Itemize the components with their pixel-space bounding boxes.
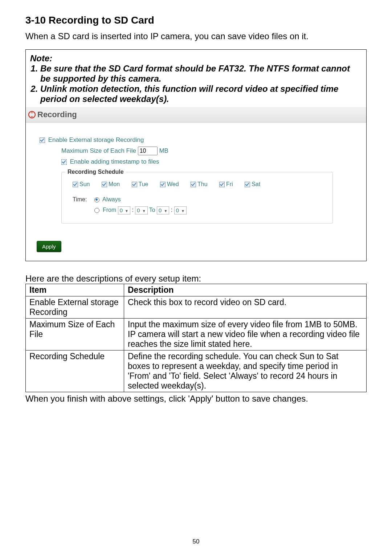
always-radio[interactable] [94, 197, 99, 202]
table-item: Enable External storage Recording [26, 296, 124, 319]
day-label: Mon [109, 181, 120, 187]
day-wed-checkbox[interactable] [160, 182, 166, 187]
timestamp-row: Enable adding timestamp to files [61, 158, 355, 165]
table-desc: Input the maximum size of every video fi… [124, 319, 367, 350]
table-desc: Define the recording schedule. You can c… [124, 350, 367, 392]
table-row: Recording Schedule Define the recording … [26, 350, 367, 392]
to-hour-select[interactable]: 0▼ [157, 206, 169, 214]
recording-title: Recording [37, 110, 77, 119]
day-label: Tue [139, 181, 148, 187]
day-label: Thu [197, 181, 208, 187]
note-title: Note: [30, 53, 52, 63]
enable-external-checkbox[interactable] [40, 138, 45, 143]
table-item: Maximum Size of Each File [26, 319, 124, 350]
day-label: Sat [252, 181, 260, 187]
from-min-select[interactable]: 0▼ [135, 206, 147, 214]
always-label: Always [102, 196, 121, 202]
timestamp-checkbox[interactable] [61, 159, 67, 165]
table-item: Recording Schedule [26, 350, 124, 392]
from-label: From [103, 207, 116, 213]
enable-external-row: Enable External storage Recording [40, 136, 355, 144]
recording-panel: Recording Enable External storage Record… [25, 107, 367, 261]
note-box: Note: Be sure that the SD Card format sh… [25, 49, 367, 107]
svg-marker-2 [31, 116, 33, 118]
time-label: Time: [73, 196, 93, 203]
table-intro: Here are the descriptions of every setup… [25, 274, 367, 284]
day-mon-checkbox[interactable] [102, 182, 107, 187]
day-label: Fri [226, 181, 233, 187]
day-sun-checkbox[interactable] [73, 182, 78, 187]
from-radio[interactable] [94, 208, 99, 213]
recording-header: Recording [26, 107, 366, 123]
to-min-select[interactable]: 0▼ [174, 206, 187, 214]
table-header-desc: Description [124, 284, 367, 296]
note-item: Unlink motion detection, this function w… [40, 84, 362, 104]
day-fri-checkbox[interactable] [219, 182, 225, 187]
day-label: Wed [167, 181, 179, 187]
time-row: Time: Always [73, 196, 326, 203]
recording-icon [28, 111, 36, 119]
table-row: Enable External storage Recording Check … [26, 296, 367, 319]
table-desc: Check this box to record video on SD car… [124, 296, 367, 319]
max-size-label: Maximum Size of Each File [61, 147, 136, 154]
footer-text: When you finish with above settings, cli… [25, 394, 367, 404]
schedule-legend: Recording Schedule [65, 169, 126, 175]
day-label: Sun [79, 181, 90, 187]
day-sat-checkbox[interactable] [245, 182, 250, 187]
table-row: Maximum Size of Each File Input the maxi… [26, 319, 367, 350]
table-header-item: Item [26, 284, 124, 296]
timestamp-label: Enable adding timestamp to files [70, 158, 159, 165]
svg-marker-1 [31, 112, 33, 113]
to-label: To [149, 207, 155, 213]
max-size-row: Maximum Size of Each File MB [61, 147, 355, 155]
apply-button[interactable]: Apply [37, 241, 61, 252]
max-size-unit: MB [159, 147, 168, 154]
note-item: Be sure that the SD Card format should b… [40, 63, 362, 84]
enable-external-label: Enable External storage Recording [48, 136, 144, 143]
schedule-box: Recording Schedule Sun Mon Tue Wed Thu F… [61, 172, 333, 223]
page-number: 50 [0, 538, 392, 545]
schedule-days: Sun Mon Tue Wed Thu Fri Sat [73, 181, 326, 188]
section-heading: 3-10 Recording to SD Card [25, 15, 367, 26]
from-to-row: From 0▼ : 0▼ To 0▼ : 0▼ [73, 206, 326, 214]
from-hour-select[interactable]: 0▼ [118, 206, 130, 214]
description-table: Item Description Enable External storage… [25, 284, 367, 392]
max-size-input[interactable] [138, 147, 158, 155]
day-tue-checkbox[interactable] [132, 182, 137, 187]
day-thu-checkbox[interactable] [191, 182, 196, 187]
intro-text: When a SD card is inserted into IP camer… [25, 31, 367, 41]
